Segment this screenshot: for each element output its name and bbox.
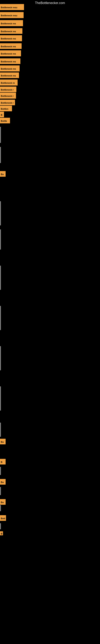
bottleneck-item-4: Bottleneck res xyxy=(0,35,22,41)
bottleneck-item-6: Bottleneck res xyxy=(0,50,21,56)
bottleneck-item-30: Bott xyxy=(0,515,6,521)
bottleneck-item-2: Bottleneck res xyxy=(0,20,23,26)
vertical-line-10 xyxy=(0,467,1,475)
vertical-line-9 xyxy=(0,433,1,437)
bottleneck-item-19: Bo xyxy=(0,171,6,177)
bottleneck-item-8: Bottleneck res xyxy=(0,66,20,72)
vertical-line-4 xyxy=(0,266,1,290)
bottleneck-item-13: Bottleneck r xyxy=(0,100,15,105)
bottleneck-item-9: Bottleneck res xyxy=(0,72,19,78)
vertical-line-0 xyxy=(0,127,1,143)
bottleneck-item-0: Bottleneck resu xyxy=(0,4,24,10)
vertical-line-12 xyxy=(0,505,1,511)
bottleneck-item-5: Bottleneck res xyxy=(0,43,22,49)
vertical-line-11 xyxy=(0,487,1,495)
bottleneck-item-15: B xyxy=(0,112,4,117)
bottleneck-item-1: Bottleneck resu xyxy=(0,12,24,18)
bottleneck-item-7: Bottleneck res xyxy=(0,58,20,64)
vertical-line-13 xyxy=(0,523,1,529)
vertical-line-5 xyxy=(0,306,1,330)
bottleneck-item-14: Bottlen xyxy=(0,106,12,111)
bottleneck-item-11: Bottleneck r xyxy=(0,86,16,92)
bottleneck-item-12: Bottleneck r xyxy=(0,92,16,98)
vertical-line-7 xyxy=(0,386,1,410)
bottleneck-item-3: Bottleneck res xyxy=(0,28,22,34)
vertical-line-2 xyxy=(0,201,1,226)
bottleneck-item-27: B xyxy=(0,459,6,464)
bottleneck-item-10: Bottleneck re xyxy=(0,80,18,86)
bottleneck-item-29: Bo xyxy=(0,499,6,505)
vertical-line-1 xyxy=(0,147,1,163)
bottleneck-item-16: Bottle xyxy=(0,118,10,123)
vertical-line-3 xyxy=(0,230,1,250)
bottleneck-item-31: B xyxy=(0,531,3,535)
vertical-line-6 xyxy=(0,346,1,370)
bottleneck-item-28: Bo xyxy=(0,479,6,484)
bottleneck-item-26: Bo xyxy=(0,439,6,444)
